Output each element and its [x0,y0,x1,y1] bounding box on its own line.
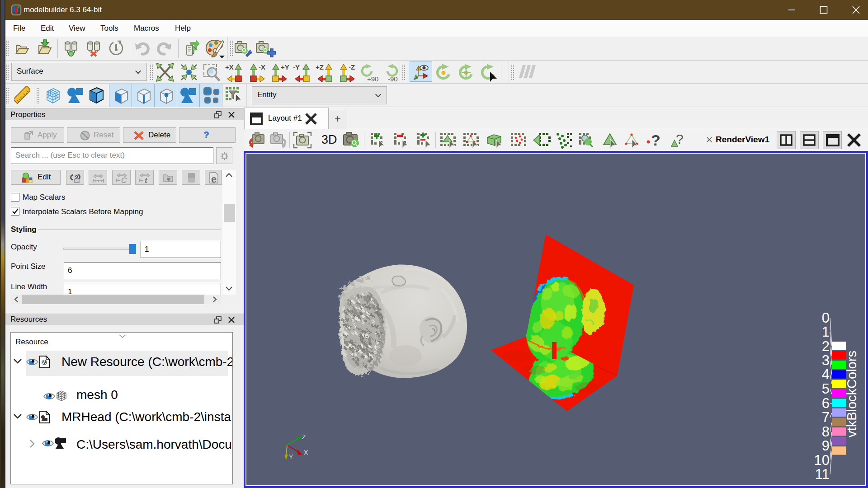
svg-text:Z: Z [302,433,306,441]
svg-text:+X: +X [225,63,234,71]
svg-text:+Z: +Z [316,63,324,71]
svg-text:3: 3 [822,352,830,368]
svg-text:+Y: +Y [281,63,289,71]
svg-text:-X: -X [259,63,265,71]
svg-text:4: 4 [822,366,830,382]
svg-text:C: C [121,176,127,183]
svg-text:1: 1 [822,324,830,340]
svg-text:8: 8 [822,424,830,440]
svg-text:9: 9 [822,438,830,454]
svg-text:?: ? [651,132,660,149]
svg-text:6: 6 [822,395,830,411]
svg-text:?: ? [676,132,684,146]
svg-text:X: X [304,449,308,456]
svg-text:e: e [211,174,217,184]
svg-text:-90: -90 [388,75,398,82]
svg-text:+90: +90 [367,75,378,82]
svg-text:Y: Y [289,453,293,460]
svg-text:vtkBlockColors: vtkBlockColors [844,351,859,437]
svg-text:-Y: -Y [293,63,300,71]
svg-text:5: 5 [822,381,830,397]
svg-text:11: 11 [815,466,830,482]
svg-text:10: 10 [814,452,830,468]
svg-text:2: 2 [822,338,830,354]
svg-text:7: 7 [822,409,830,425]
svg-text:-Z: -Z [349,63,355,71]
svg-text:0: 0 [822,310,830,326]
